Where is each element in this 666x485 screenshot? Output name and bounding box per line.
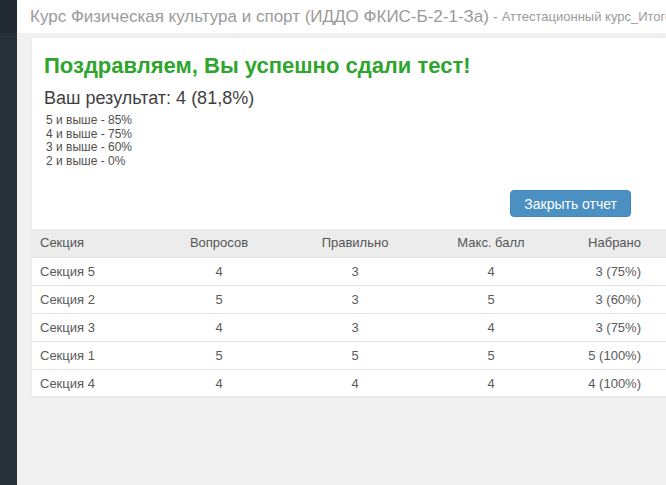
section-name-cell: Секция 5 [32, 257, 151, 285]
title-separator: - [493, 9, 498, 25]
value-cell: 5 [287, 341, 423, 369]
value-cell: 3 (75%) [559, 313, 666, 341]
grade-scale-item: 4 и выше - 75% [46, 128, 654, 142]
value-cell: 4 [151, 257, 287, 285]
value-cell: 5 [151, 341, 287, 369]
value-cell: 3 [287, 257, 423, 285]
grade-scale-item: 2 и выше - 0% [46, 155, 654, 169]
table-row: Секция 15555 (100%) [32, 341, 666, 369]
close-report-button[interactable]: Закрыть отчет [510, 190, 631, 217]
table-row: Секция 44444 (100%) [32, 369, 666, 397]
value-cell: 5 [151, 285, 287, 313]
table-body: Секция 54343 (75%)Секция 25353 (60%)Секц… [32, 257, 666, 397]
value-cell: 4 [423, 369, 559, 397]
test-result-panel: Поздравляем, Вы успешно сдали тест! Ваш … [31, 37, 666, 397]
section-name-cell: Секция 2 [32, 285, 151, 313]
value-cell: 3 (75%) [559, 257, 666, 285]
grade-scale-item: 5 и выше - 85% [46, 114, 654, 128]
value-cell: 4 [423, 257, 559, 285]
grade-scale-item: 3 и выше - 60% [46, 141, 654, 155]
value-cell: 3 [287, 285, 423, 313]
value-cell: 3 [287, 313, 423, 341]
grade-scale-list: 5 и выше - 85%4 и выше - 75%3 и выше - 6… [46, 114, 654, 168]
course-title: Курс Физическая культура и спорт (ИДДО Ф… [30, 7, 489, 27]
value-cell: 4 (100%) [559, 369, 666, 397]
section-name-cell: Секция 1 [32, 341, 151, 369]
section-name-cell: Секция 3 [32, 313, 151, 341]
table-header: СекцияВопросовПравильноМакс. баллНабрано [32, 229, 666, 257]
value-cell: 3 (60%) [559, 285, 666, 313]
table-row: Секция 34343 (75%) [32, 313, 666, 341]
sections-results-table: СекцияВопросовПравильноМакс. баллНабрано… [32, 229, 666, 398]
table-row: Секция 25353 (60%) [32, 285, 666, 313]
section-name-cell: Секция 4 [32, 369, 151, 397]
value-cell: 4 [151, 313, 287, 341]
value-cell: 5 [423, 285, 559, 313]
column-header: Вопросов [151, 229, 287, 257]
collapsed-sidebar[interactable] [0, 0, 17, 485]
column-header: Правильно [287, 229, 423, 257]
collapsed-sidebar-top [0, 0, 17, 33]
quiz-subtitle: Аттестационный курс_Итого... [502, 9, 666, 24]
congrats-heading: Поздравляем, Вы успешно сдали тест! [44, 52, 654, 80]
score-line: Ваш результат: 4 (81,8%) [44, 86, 654, 110]
column-header: Секция [32, 229, 151, 257]
table-row: Секция 54343 (75%) [32, 257, 666, 285]
value-cell: 4 [151, 369, 287, 397]
value-cell: 5 [423, 341, 559, 369]
value-cell: 4 [423, 313, 559, 341]
page-header: Курс Физическая культура и спорт (ИДДО Ф… [17, 0, 666, 33]
button-row: Закрыть отчет [32, 190, 666, 217]
value-cell: 5 (100%) [559, 341, 666, 369]
column-header: Макс. балл [423, 229, 559, 257]
column-header: Набрано [559, 229, 666, 257]
table-header-row: СекцияВопросовПравильноМакс. баллНабрано [32, 229, 666, 257]
value-cell: 4 [287, 369, 423, 397]
